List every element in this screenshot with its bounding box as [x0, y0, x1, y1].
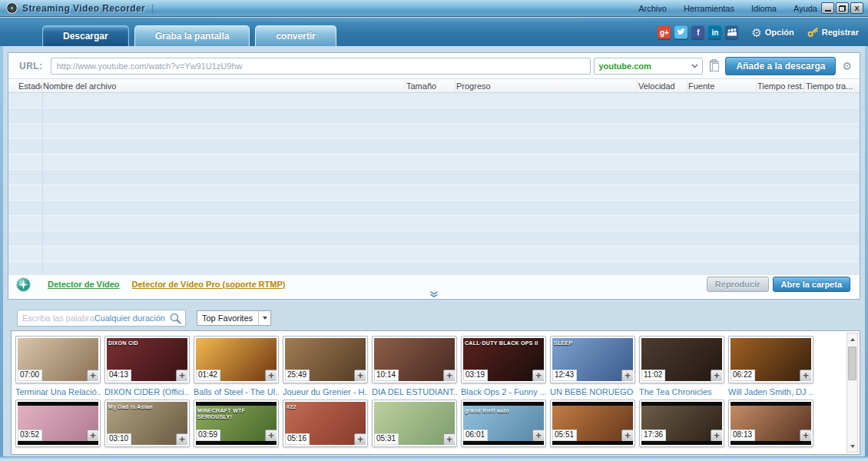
column-fuente[interactable]: Fuente: [687, 79, 757, 92]
add-video-button[interactable]: +: [532, 370, 544, 381]
app-record-icon: [6, 2, 18, 14]
add-video-button[interactable]: +: [265, 429, 277, 442]
video-result: 05:51+: [550, 400, 636, 455]
keywords-input[interactable]: Escriba las palabras clave:: [22, 313, 94, 323]
add-video-button[interactable]: +: [711, 429, 722, 442]
add-video-button[interactable]: +: [800, 370, 811, 381]
column-tiempo-transcurrido[interactable]: Tiempo tra...: [805, 79, 860, 92]
tab-convertir[interactable]: convertir: [255, 25, 336, 46]
downloads-table-body: [8, 93, 860, 274]
video-title[interactable]: Joueur du Grenier - H...: [283, 387, 368, 396]
video-title[interactable]: The Tea Chronicles: [639, 387, 724, 396]
video-thumbnail[interactable]: #2205:16+: [283, 400, 368, 447]
column-nombre[interactable]: Nombre del archivo: [42, 79, 406, 92]
video-thumbnail[interactable]: 11:02+: [639, 336, 724, 383]
add-video-button[interactable]: +: [354, 370, 366, 381]
column-tiempo-restante[interactable]: Tiempo rest...: [757, 79, 805, 92]
menu-idioma[interactable]: Idioma: [751, 4, 777, 13]
video-title[interactable]: Balls of Steel - The Ul...: [194, 387, 279, 396]
video-title[interactable]: Black Ops 2 - Funny ...: [461, 387, 546, 396]
video-title[interactable]: UN BEBÉ NORUEGO ...: [550, 387, 635, 396]
video-thumbnail[interactable]: SLEEP12:43+: [550, 336, 635, 383]
video-thumbnail[interactable]: 06:22+: [728, 336, 813, 383]
option-button[interactable]: ⚙ Opción: [751, 26, 793, 38]
menu-ayuda[interactable]: Ayuda: [793, 4, 817, 13]
column-estado[interactable]: Estado: [18, 79, 42, 92]
settings-gear-icon[interactable]: ⚙: [842, 61, 852, 71]
scrollbar-thumb[interactable]: [848, 347, 856, 380]
tab-graba-la-pantalla[interactable]: Graba la pantalla: [134, 25, 250, 46]
menu-herramientas[interactable]: Herramientas: [684, 4, 734, 13]
column-progreso[interactable]: Progreso: [456, 79, 638, 92]
thumbnail-overlay-text: DIXON CID: [108, 340, 186, 347]
twitter-icon[interactable]: [674, 25, 687, 38]
column-velocidad[interactable]: Velocidad: [638, 79, 687, 92]
video-thumbnail[interactable]: CALL·DUTY BLACK OPS II03:19+: [461, 336, 546, 383]
paste-url-button[interactable]: [709, 59, 721, 72]
linkedin-icon[interactable]: in: [708, 25, 721, 38]
video-result: 17:36+: [639, 400, 725, 455]
video-thumbnail[interactable]: MINECRAFT WTF SERIOUSLY!03:59+: [194, 400, 279, 447]
video-thumbnail[interactable]: My Dad is Asian03:10+: [104, 400, 190, 447]
video-scrollbar[interactable]: [846, 333, 858, 453]
add-to-download-button[interactable]: Añade a la descarga: [725, 57, 836, 75]
search-button[interactable]: [169, 312, 182, 325]
detector-de-video-link[interactable]: Detector de Vídeo: [48, 280, 120, 289]
video-thumbnail[interactable]: 03:52+: [15, 400, 101, 447]
tabs: Descargar Graba la pantalla convertir: [42, 25, 336, 46]
facebook-icon[interactable]: f: [691, 25, 704, 38]
video-thumbnail[interactable]: 17:36+: [639, 400, 724, 447]
video-title[interactable]: DIXON CIDER (Offici...: [104, 387, 190, 396]
add-video-button[interactable]: +: [443, 370, 455, 381]
video-thumbnail[interactable]: 07:00+: [15, 336, 101, 383]
tab-descargar[interactable]: Descargar: [42, 25, 129, 46]
site-select[interactable]: youtube.com: [594, 58, 703, 75]
video-title[interactable]: DIA DEL ESTUDIANT...: [372, 387, 457, 396]
google-plus-icon[interactable]: g+: [658, 25, 671, 38]
restore-button[interactable]: [836, 2, 849, 14]
add-video-button[interactable]: +: [354, 433, 366, 445]
add-video-button[interactable]: +: [532, 429, 544, 442]
url-input[interactable]: [51, 58, 591, 75]
add-video-button[interactable]: +: [800, 429, 811, 442]
video-thumbnail[interactable]: 05:31+: [372, 400, 457, 447]
video-thumbnail[interactable]: 08:13+: [728, 400, 813, 447]
add-video-button[interactable]: +: [265, 370, 277, 381]
category-select[interactable]: Top Favorites: [197, 310, 271, 326]
add-video-button[interactable]: +: [176, 370, 187, 381]
video-thumbnail[interactable]: 05:51+: [550, 400, 635, 447]
video-title[interactable]: Will Jaden Smith, DJ ...: [728, 387, 813, 396]
duration-filter[interactable]: Cualquier duración: [94, 313, 165, 323]
column-tamano[interactable]: Tamaño: [406, 79, 456, 92]
video-thumbnail[interactable]: 01:42+: [194, 336, 279, 383]
video-thumbnail[interactable]: 10:14+: [372, 336, 457, 383]
scroll-up-button[interactable]: [847, 333, 857, 345]
register-button[interactable]: Registrar: [807, 27, 859, 37]
close-button[interactable]: X: [850, 2, 863, 14]
add-video-button[interactable]: +: [621, 370, 633, 381]
search-box[interactable]: Escriba las palabras clave: Cualquier du…: [17, 310, 186, 327]
add-video-button[interactable]: +: [621, 429, 633, 442]
add-video-button[interactable]: +: [87, 370, 98, 381]
collapse-panel-button[interactable]: [430, 291, 439, 297]
minimize-button[interactable]: [821, 2, 834, 14]
column-divider: [42, 93, 43, 274]
abre-la-carpeta-button[interactable]: Abre la carpeta: [773, 277, 850, 292]
triangle-down-icon: [850, 445, 855, 448]
add-video-button[interactable]: +: [443, 433, 455, 445]
category-dropdown-button[interactable]: [258, 311, 270, 325]
main-area: URL: youtube.com Añade a la descarga ⚙: [3, 46, 865, 456]
myspace-icon[interactable]: [725, 25, 738, 38]
add-video-button[interactable]: +: [711, 370, 722, 381]
menu-archivo[interactable]: Archivo: [638, 4, 667, 13]
reproducir-button[interactable]: Reproducir: [707, 277, 769, 292]
search-row: Escriba las palabras clave: Cualquier du…: [8, 309, 860, 327]
scroll-down-button[interactable]: [847, 440, 857, 452]
video-thumbnail[interactable]: 25:49+: [283, 336, 368, 383]
video-thumbnail[interactable]: grand theft auto06:01+: [461, 400, 546, 447]
add-video-button[interactable]: +: [176, 433, 187, 445]
video-title[interactable]: Terminar Una Relació...: [15, 387, 101, 396]
video-thumbnail[interactable]: DIXON CID04:13+: [104, 336, 190, 383]
detector-de-video-pro-link[interactable]: Detector de Vídeo Pro (soporte RTMP): [132, 280, 286, 289]
add-video-button[interactable]: +: [87, 429, 98, 442]
